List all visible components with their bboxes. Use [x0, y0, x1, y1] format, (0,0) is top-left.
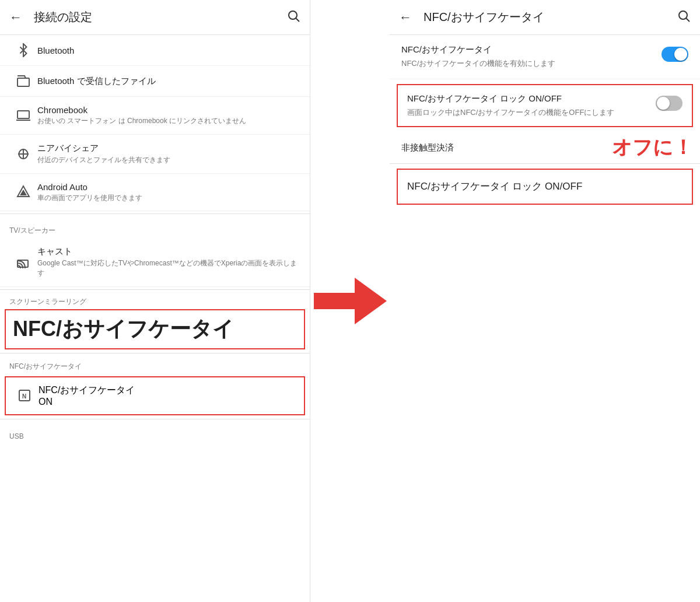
cast-title: キャスト	[37, 246, 300, 257]
cast-item[interactable]: キャスト Google Cast™に対応したTVやChromecast™などの機…	[0, 238, 310, 287]
nfc-big-label-text: NFC/おサイフケータイ	[13, 317, 234, 341]
nearbyshare-icon	[9, 147, 37, 161]
nfc-main-toggle-thumb	[674, 48, 687, 61]
bluetooth-files-text: Bluetooth で受信したファイル	[37, 76, 300, 87]
androidauto-text: Android Auto 車の画面でアプリを使用できます	[37, 182, 300, 203]
nfc-lock-text: NFC/おサイフケータイ ロック ON/OFF 画面ロック中はNFC/おサイフケ…	[407, 93, 646, 118]
left-panel: ← 接続の設定 Bluetooth	[0, 0, 310, 602]
usb-section-label: USB	[0, 423, 310, 443]
left-back-button[interactable]: ←	[9, 10, 22, 25]
svg-rect-3	[18, 111, 29, 118]
nfc-lock-highlighted-box: NFC/おサイフケータイ ロック ON/OFF 画面ロック中はNFC/おサイフケ…	[397, 84, 693, 128]
androidauto-title: Android Auto	[37, 182, 300, 192]
nfc-lock-toggle-thumb	[657, 97, 670, 110]
chromebook-title: Chromebook	[37, 105, 300, 115]
androidauto-icon	[9, 185, 37, 199]
nfc-main-desc: NFC/おサイフケータイの機能を有効にします	[401, 58, 652, 69]
right-panel-title: NFC/おサイフケータイ	[424, 9, 677, 25]
right-content: NFC/おサイフケータイ NFC/おサイフケータイの機能を有効にします NFC/…	[390, 35, 700, 205]
nfc-big-label-box: NFC/おサイフケータイ	[5, 309, 305, 349]
nfc-lock-desc: 画面ロック中はNFC/おサイフケータイの機能をOFFにします	[407, 107, 646, 118]
bottom-highlighted-text: NFC/おサイフケータイ ロック ON/OFF	[407, 179, 682, 194]
nfc-item-subtitle: ON	[38, 397, 135, 407]
nfc-section-label: NFC/おサイフケータイ	[0, 357, 310, 374]
bluetooth-files-icon	[9, 74, 37, 88]
right-panel: ← NFC/おサイフケータイ NFC/おサイフケータイ NFC/おサイフケータイ…	[390, 0, 700, 602]
nfc-item-highlighted[interactable]: N NFC/おサイフケータイ ON	[5, 376, 305, 415]
chromebook-subtitle: お使いの スマートフォン は Chromebook にリンクされていません	[37, 116, 300, 126]
nearbyshare-title: ニアバイシェア	[37, 143, 300, 154]
nfc-main-toggle[interactable]	[662, 47, 688, 62]
bluetooth-title: Bluetooth	[37, 46, 300, 55]
settings-list: Bluetooth Bluetooth で受信したファイル	[0, 35, 310, 290]
androidauto-item[interactable]: Android Auto 車の画面でアプリを使用できます	[0, 174, 310, 212]
left-search-icon[interactable]	[286, 9, 300, 26]
svg-point-0	[289, 11, 297, 19]
chromebook-icon	[9, 108, 37, 123]
contactless-ofu-row: 非接触型決済 オフに！	[390, 132, 700, 163]
nfc-lock-toggle[interactable]	[656, 96, 682, 111]
nfc-lock-title: NFC/おサイフケータイ ロック ON/OFF	[407, 93, 646, 104]
nfc-icon: N	[10, 388, 38, 402]
nfc-main-row: NFC/おサイフケータイ NFC/おサイフケータイの機能を有効にします	[390, 35, 700, 79]
nfc-main-title: NFC/おサイフケータイ	[401, 44, 652, 55]
contactless-title: 非接触型決済	[401, 142, 454, 153]
cast-text: キャスト Google Cast™に対応したTVやChromecast™などの機…	[37, 246, 300, 278]
bluetooth-files-item[interactable]: Bluetooth で受信したファイル	[0, 66, 310, 97]
tv-section-label: TV/スピーカー	[0, 216, 310, 238]
nfc-item-text: NFC/おサイフケータイ ON	[38, 384, 135, 407]
left-panel-title: 接続の設定	[34, 9, 286, 25]
ofu-label: オフに！	[612, 134, 693, 161]
right-search-icon[interactable]	[677, 9, 691, 26]
svg-line-14	[687, 18, 690, 22]
bluetooth-text: Bluetooth	[37, 46, 300, 55]
androidauto-subtitle: 車の画面でアプリを使用できます	[37, 193, 300, 203]
bluetooth-item[interactable]: Bluetooth	[0, 35, 310, 66]
svg-rect-2	[18, 78, 29, 86]
cast-icon	[9, 256, 37, 270]
screen-mirror-label: スクリーンミラーリング	[0, 292, 310, 309]
bottom-highlighted-box: NFC/おサイフケータイ ロック ON/OFF	[397, 169, 693, 205]
arrow-container	[310, 0, 390, 602]
svg-line-1	[296, 18, 300, 22]
chromebook-item[interactable]: Chromebook お使いの スマートフォン は Chromebook にリン…	[0, 97, 310, 135]
chromebook-text: Chromebook お使いの スマートフォン は Chromebook にリン…	[37, 105, 300, 126]
nearbyshare-text: ニアバイシェア 付近のデバイスとファイルを共有できます	[37, 143, 300, 165]
nearbyshare-item[interactable]: ニアバイシェア 付近のデバイスとファイルを共有できます	[0, 135, 310, 174]
nfc-lock-row: NFC/おサイフケータイ ロック ON/OFF 画面ロック中はNFC/おサイフケ…	[398, 85, 692, 127]
bluetooth-files-title: Bluetooth で受信したファイル	[37, 76, 300, 87]
contactless-item[interactable]: 非接触型決済	[390, 135, 612, 160]
svg-text:N: N	[22, 393, 26, 400]
right-header: ← NFC/おサイフケータイ	[390, 0, 700, 35]
cast-subtitle: Google Cast™に対応したTVやChromecast™などの機器でXpe…	[37, 258, 300, 278]
right-back-button[interactable]: ←	[399, 10, 412, 25]
left-header: ← 接続の設定	[0, 0, 310, 35]
svg-point-13	[679, 11, 687, 19]
nfc-item-title: NFC/おサイフケータイ	[38, 384, 135, 397]
nearbyshare-subtitle: 付近のデバイスとファイルを共有できます	[37, 155, 300, 165]
bluetooth-icon	[9, 43, 37, 57]
nfc-main-text: NFC/おサイフケータイ NFC/おサイフケータイの機能を有効にします	[401, 44, 652, 69]
